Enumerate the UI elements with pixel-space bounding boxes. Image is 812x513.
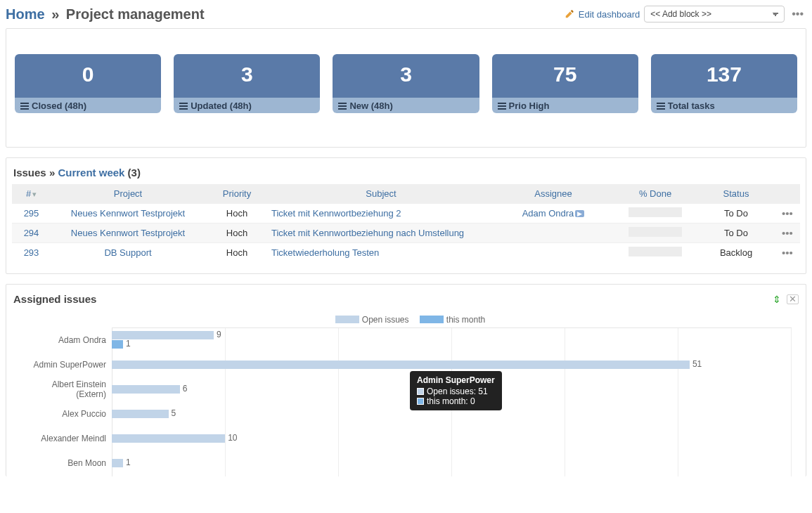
issue-project-link[interactable]: DB Support [104, 247, 151, 258]
add-block-select[interactable]: << Add block >> [644, 6, 785, 22]
breadcrumb-current: Project management [66, 6, 205, 22]
chart-row-label: Admin SuperPower [20, 360, 112, 370]
issues-header-row: #▾ Project Priority Subject Assignee % D… [12, 184, 800, 204]
issue-assignee-link[interactable]: Adam Ondra [522, 208, 574, 219]
issue-project-link[interactable]: Neues Kennwort Testprojekt [71, 228, 185, 238]
issue-subject-link[interactable]: Ticketwiederholung Testen [271, 247, 379, 258]
chart-row: Adam Ondra 9 1 [20, 327, 792, 352]
table-row: 293 DB Support Hoch Ticketwiederholung T… [12, 243, 800, 263]
sort-desc-icon: ▾ [32, 190, 37, 198]
row-actions-icon[interactable]: ••• [782, 207, 793, 219]
issue-id-link[interactable]: 294 [24, 228, 39, 238]
kpi-label: Closed (48h) [15, 98, 161, 113]
kpi-label: Prio High [492, 98, 638, 113]
bar-month[interactable]: 1 [112, 340, 123, 349]
chart-row: Alex Puccio 5 [20, 401, 792, 426]
chart-panel: Assigned issues ⇕ ✕ Open issues this mon… [6, 284, 806, 476]
issue-id-link[interactable]: 295 [24, 208, 39, 219]
chart-row: Albert Einstein (Extern) 6 [20, 377, 792, 401]
col-project[interactable]: Project [114, 188, 142, 199]
row-actions-icon[interactable]: ••• [782, 227, 793, 239]
kpi-card[interactable]: 75 Prio High [492, 54, 638, 113]
bars-icon [20, 103, 29, 110]
close-icon[interactable]: ✕ [787, 294, 799, 304]
bars-icon [657, 103, 665, 110]
move-icon[interactable]: ⇕ [773, 294, 781, 305]
chart-row: Admin SuperPower 51 [20, 352, 792, 377]
bar-open[interactable]: 1 [112, 459, 123, 467]
bars-icon [338, 103, 347, 110]
pencil-icon [565, 9, 574, 19]
row-actions-icon[interactable]: ••• [782, 247, 793, 259]
table-row: 295 Neues Kennwort Testprojekt Hoch Tick… [12, 204, 800, 223]
breadcrumb-home[interactable]: Home [6, 6, 45, 22]
kpi-value: 75 [492, 54, 638, 98]
bars-icon [498, 103, 506, 110]
kpi-card[interactable]: 137 Total tasks [651, 54, 797, 113]
chart-legend: Open issues this month [20, 315, 792, 325]
kpi-panel: 0 Closed (48h) 3 Updated (48h) 3 New (48… [6, 28, 806, 148]
chart-row: Alexander Meindl 10 [20, 426, 792, 450]
bar-open[interactable]: 6 [112, 385, 180, 394]
edit-dashboard-link[interactable]: Edit dashboard [579, 9, 640, 20]
progress-bar [629, 207, 682, 217]
bar-open[interactable]: 5 [112, 410, 169, 418]
issue-subject-link[interactable]: Ticket mit Kennwortbeziehung 2 [271, 208, 401, 219]
kpi-card[interactable]: 3 New (48h) [333, 54, 479, 113]
kpi-card[interactable]: 3 Updated (48h) [174, 54, 320, 113]
issue-project-link[interactable]: Neues Kennwort Testprojekt [71, 208, 185, 219]
bar-open[interactable]: 10 [112, 434, 225, 443]
kpi-label: Total tasks [651, 98, 797, 113]
kpi-label: New (48h) [333, 98, 479, 113]
col-priority[interactable]: Priority [223, 188, 251, 199]
more-icon[interactable]: ••• [789, 8, 806, 20]
page-title: Home » Project management [6, 6, 205, 22]
chart-title: Assigned issues [13, 293, 96, 305]
col-subject[interactable]: Subject [366, 188, 396, 199]
breadcrumb-sep: » [49, 6, 62, 22]
chart-row-label: Alex Puccio [20, 409, 112, 419]
page-header: Home » Project management Edit dashboard… [6, 6, 806, 28]
issue-id-link[interactable]: 293 [24, 247, 39, 258]
progress-bar [629, 247, 682, 256]
issues-title-link[interactable]: Current week [58, 167, 124, 178]
user-badge-icon: ▶ [575, 210, 584, 217]
kpi-card[interactable]: 0 Closed (48h) [15, 54, 161, 113]
kpi-value: 0 [15, 54, 161, 98]
issue-subject-link[interactable]: Ticket mit Kennwortbeziehung nach Umstel… [271, 228, 464, 238]
bar-open[interactable]: 51 [112, 361, 690, 369]
legend-swatch-month [420, 316, 444, 323]
issues-panel: Issues » Current week (3) #▾ Project Pri… [6, 157, 806, 274]
col-status[interactable]: Status [723, 188, 749, 199]
table-row: 294 Neues Kennwort Testprojekt Hoch Tick… [12, 223, 800, 243]
bars-icon [179, 103, 188, 110]
col-assignee[interactable]: Assignee [534, 188, 572, 199]
chart-row-label: Alexander Meindl [20, 434, 112, 443]
col-id[interactable]: # [26, 188, 31, 199]
col-done[interactable]: % Done [639, 188, 671, 199]
issues-panel-title: Issues » Current week (3) [6, 158, 806, 184]
kpi-value: 3 [333, 54, 479, 98]
kpi-label: Updated (48h) [174, 98, 320, 113]
legend-swatch-open [335, 316, 359, 323]
kpi-value: 137 [651, 54, 797, 98]
chart-row-label: Albert Einstein (Extern) [20, 379, 112, 399]
issues-table: #▾ Project Priority Subject Assignee % D… [12, 184, 800, 262]
chart-row: Ben Moon 1 [20, 450, 792, 475]
chart-row-label: Ben Moon [20, 458, 112, 468]
chart-row-label: Adam Ondra [20, 335, 112, 345]
progress-bar [629, 227, 682, 237]
kpi-value: 3 [174, 54, 320, 98]
